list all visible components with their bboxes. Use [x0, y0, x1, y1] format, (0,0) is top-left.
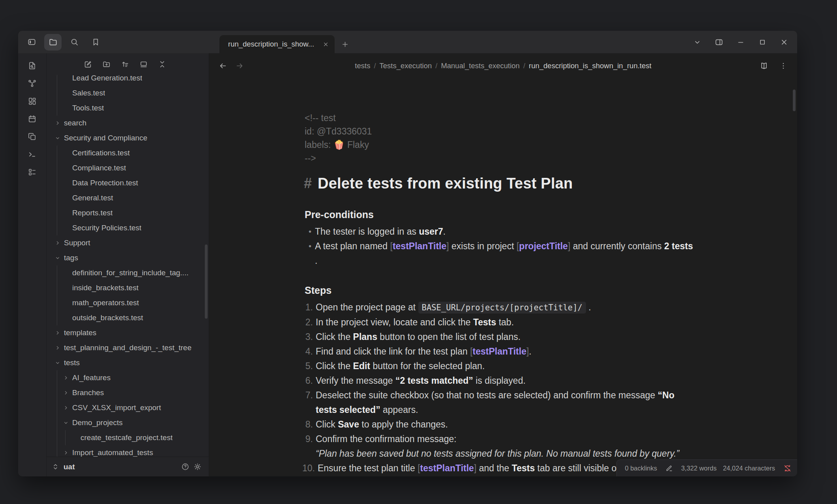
tab-close-icon[interactable] [322, 41, 329, 48]
copies-icon[interactable] [28, 132, 37, 141]
sidebar-item-certifications-test[interactable]: Certifications.test [47, 146, 209, 161]
chevron-down-icon[interactable] [693, 38, 702, 47]
text-segment: Confirm the confirmation message: [316, 434, 457, 444]
sidebar-item-sales-test[interactable]: Sales.test [47, 86, 209, 101]
sidebar-item-math-operators-test[interactable]: math_operators.test [47, 295, 209, 310]
sidebar-item-support[interactable]: Support [47, 235, 209, 250]
checklist-icon[interactable] [28, 168, 37, 177]
text-segment: Verify the message [316, 375, 395, 386]
sidebar-item-data-protection-test[interactable]: Data Protection.test [47, 175, 209, 190]
sidebar-item-outside-brackets-test[interactable]: outside_brackets.test [47, 310, 209, 325]
chevron-down-icon[interactable] [63, 420, 72, 426]
sidebar-toggle-icon[interactable] [23, 34, 40, 50]
sync-disabled-icon[interactable] [783, 464, 792, 472]
text-segment: Plans [353, 332, 377, 342]
sidebar-item-templates[interactable]: templates [47, 325, 209, 340]
breadcrumb-segment-manual-tests-execution[interactable]: Manual_tests_execution [441, 62, 520, 70]
folder-label: templates [64, 329, 96, 337]
backlinks-count[interactable]: 0 backlinks [625, 465, 657, 472]
chevron-down-icon[interactable] [54, 255, 64, 261]
chevron-right-icon[interactable] [54, 120, 64, 126]
dashboard-icon[interactable] [28, 97, 37, 106]
sidebar-item-tags[interactable]: tags [47, 250, 209, 265]
minimize-icon[interactable] [736, 38, 745, 47]
sidebar-item-test-planning-and-design-test-tree[interactable]: test_planning_and_design_-_test_tree [47, 340, 209, 355]
magnifier-icon[interactable] [66, 34, 83, 50]
forward-button[interactable] [235, 62, 244, 70]
sidebar-item-create-testcafe-project-test[interactable]: create_testcafe_project.test [47, 430, 209, 445]
sidebar-item-reports-test[interactable]: Reports.test [47, 205, 209, 220]
chevron-right-icon[interactable] [54, 330, 64, 336]
sidebar-item-tests[interactable]: tests [47, 355, 209, 370]
text-segment: “No [658, 390, 674, 400]
chevron-down-icon[interactable] [54, 135, 64, 141]
list-item-body: Confirm the confirmation message:“Plan h… [316, 432, 709, 461]
chevron-right-icon[interactable] [63, 375, 72, 381]
back-button[interactable] [219, 62, 227, 70]
new-note-icon[interactable] [84, 60, 92, 69]
chevron-right-icon[interactable] [54, 345, 64, 351]
settings-gear-icon[interactable] [193, 463, 202, 471]
sidebar-item-inside-brackets-test[interactable]: inside_brackets.test [47, 280, 209, 295]
more-options-icon[interactable] [779, 62, 788, 70]
internal-link[interactable]: testPlanTitle [473, 346, 526, 357]
list-number: 1. [302, 300, 313, 315]
reading-view-icon[interactable] [760, 62, 768, 70]
chevron-right-icon[interactable] [63, 405, 72, 411]
text-segment: tab. [496, 317, 514, 327]
breadcrumb-segment-tests[interactable]: tests [355, 62, 370, 70]
text-segment: Click [316, 419, 338, 429]
chevron-right-icon[interactable] [54, 240, 64, 246]
editor[interactable]: <!-- testid: @Td3336031labels: 🍿 Flaky--… [209, 78, 797, 476]
section-heading-pre-conditions: Pre-conditions [302, 209, 709, 220]
sidebar-item-security-and-compliance[interactable]: Security and Compliance [47, 131, 209, 146]
chevron-right-icon[interactable] [63, 450, 72, 456]
sort-asc-icon[interactable] [121, 60, 129, 69]
calendar-icon[interactable] [28, 114, 37, 123]
panel-right-icon[interactable] [715, 38, 723, 47]
folder-label: tags [64, 254, 78, 262]
sidebar-item-search[interactable]: search [47, 116, 209, 131]
close-icon[interactable] [780, 38, 788, 47]
sidebar-item-definition-for-string-include-tag[interactable]: definition_for_string_include_tag.... [47, 265, 209, 280]
terminal-icon[interactable] [28, 150, 37, 159]
bookmark-icon[interactable] [87, 34, 104, 50]
chevron-down-icon[interactable] [54, 360, 64, 366]
vault-name[interactable]: uat [64, 463, 75, 471]
breadcrumb-segment-run-description-is-shown-in-run-test[interactable]: run_description_is_shown_in_run.test [529, 62, 652, 70]
sidebar-item-demo-projects[interactable]: Demo_projects [47, 415, 209, 430]
file-label: General.test [72, 194, 113, 202]
new-folder-icon[interactable] [102, 60, 111, 69]
sidebar-item-csv-xlsx-import-export[interactable]: CSV_XLSX_import_export [47, 400, 209, 415]
sidebar-item-compliance-test[interactable]: Compliance.test [47, 161, 209, 175]
file-label: create_testcafe_project.test [81, 433, 172, 442]
sidebar-item-branches[interactable]: Branches [47, 385, 209, 400]
internal-link[interactable]: testPlanTitle [393, 241, 446, 251]
file-search-icon[interactable] [28, 61, 37, 70]
collapse-all-icon[interactable] [158, 60, 167, 69]
vault-switcher-icon[interactable] [51, 463, 60, 471]
list-item: 1.Open the project page at BASE_URL/proj… [302, 300, 709, 315]
sidebar-item-security-policies-test[interactable]: Security Policies.test [47, 220, 209, 235]
sidebar-item-ai-features[interactable]: AI_features [47, 370, 209, 385]
internal-link[interactable]: projectTitle [519, 241, 568, 251]
sidebar-item-tools-test[interactable]: Tools.test [47, 101, 209, 116]
folder-icon[interactable] [44, 34, 62, 50]
maximize-icon[interactable] [758, 38, 767, 47]
internal-link[interactable]: testPlanTitle [420, 463, 474, 473]
sidebar-scrollbar[interactable] [205, 245, 208, 319]
editor-scrollbar[interactable] [793, 90, 796, 111]
sidebar-item-lead-generation-test[interactable]: Lead Generation.test [47, 75, 209, 86]
sidebar-item-import-automated-tests[interactable]: Import_automated_tests [47, 445, 209, 457]
new-tab-button[interactable] [341, 35, 349, 53]
chevron-right-icon[interactable] [63, 390, 72, 396]
help-icon[interactable] [181, 463, 189, 471]
text-segment: exists in project [449, 241, 517, 251]
breadcrumb-segment-tests-execution[interactable]: Tests_execution [380, 62, 432, 70]
edit-mode-pencil-icon[interactable] [665, 465, 673, 472]
sidebar-toolbar [47, 53, 209, 75]
sidebar-item-general-test[interactable]: General.test [47, 190, 209, 205]
card-layout-icon[interactable] [139, 60, 148, 69]
tab-run-description[interactable]: run_description_is_show... [219, 35, 335, 53]
graph-icon[interactable] [28, 79, 37, 88]
